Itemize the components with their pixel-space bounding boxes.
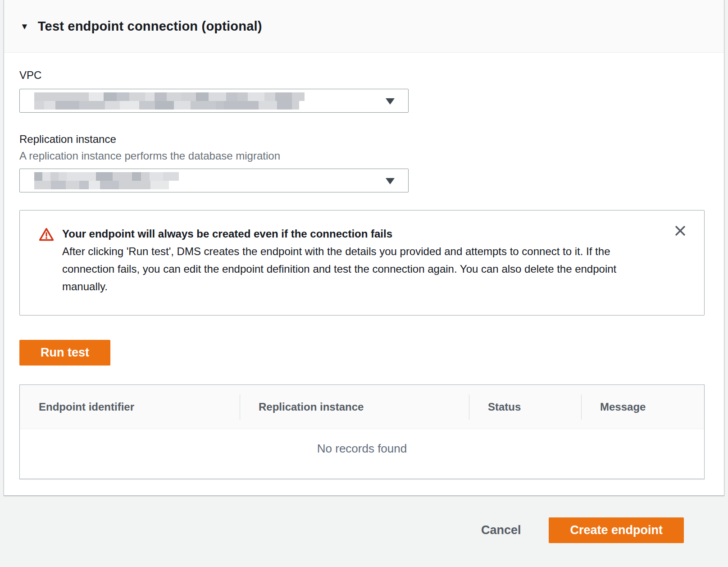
redacted-vpc-value [34, 92, 305, 110]
column-header-message: Message [581, 385, 704, 429]
warning-alert: Your endpoint will always be created eve… [19, 210, 705, 316]
column-header-replication-instance: Replication instance [240, 385, 469, 429]
panel-header-toggle[interactable]: ▼ Test endpoint connection (optional) [4, 0, 724, 53]
chevron-down-icon [386, 178, 395, 184]
chevron-down-icon [386, 98, 395, 105]
column-header-endpoint-identifier: Endpoint identifier [20, 385, 240, 429]
warning-title: Your endpoint will always be created eve… [62, 225, 650, 242]
warning-text: Your endpoint will always be created eve… [62, 225, 650, 295]
test-endpoint-panel: ▼ Test endpoint connection (optional) VP… [4, 0, 724, 496]
vpc-select[interactable] [19, 89, 409, 113]
test-results-table: Endpoint identifier Replication instance… [19, 384, 705, 479]
warning-body: After clicking 'Run test', DMS creates t… [62, 242, 650, 295]
table-empty-state: No records found [20, 429, 704, 479]
replication-instance-description: A replication instance performs the data… [19, 150, 709, 162]
replication-instance-select[interactable] [19, 169, 409, 192]
replication-instance-label: Replication instance [19, 133, 709, 146]
cancel-button[interactable]: Cancel [481, 523, 521, 537]
column-header-status: Status [469, 385, 581, 429]
collapse-triangle-icon: ▼ [20, 22, 29, 31]
create-endpoint-button[interactable]: Create endpoint [549, 517, 684, 543]
vpc-label: VPC [19, 69, 709, 82]
run-test-button[interactable]: Run test [19, 340, 110, 366]
panel-body: VPC Replication instance A replication i… [4, 69, 724, 479]
warning-triangle-icon [39, 227, 54, 243]
footer-actions: Cancel Create endpoint [481, 517, 684, 543]
close-icon[interactable] [673, 224, 687, 238]
panel-title: Test endpoint connection (optional) [38, 19, 262, 34]
table-header-row: Endpoint identifier Replication instance… [20, 385, 704, 429]
redacted-replication-instance-value [34, 172, 179, 189]
